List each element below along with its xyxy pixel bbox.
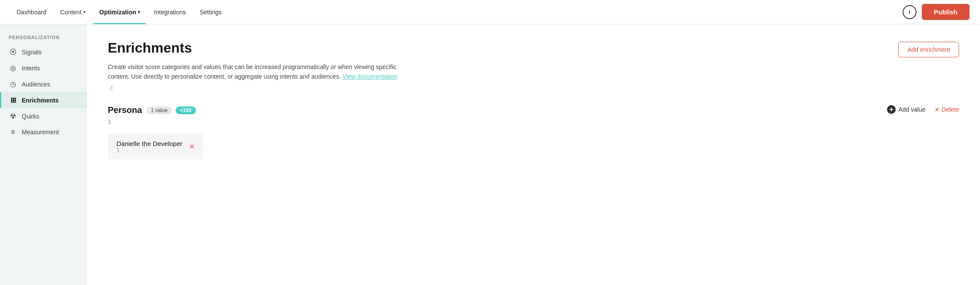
nav-item-dashboard[interactable]: Dashboard [10, 0, 53, 24]
sidebar-item-label: Audiences [22, 81, 50, 88]
sidebar-item-audiences[interactable]: ◷ Audiences [0, 76, 87, 92]
sidebar-item-label: Quirks [22, 113, 39, 120]
enrichment-actions: + Add value ✕ Delete [887, 105, 959, 114]
add-enrichment-button[interactable]: Add enrichment [898, 42, 959, 57]
nav-item-settings[interactable]: Settings [194, 0, 228, 24]
enrichment-value-count-badge: 1 value [146, 106, 172, 114]
audiences-icon: ◷ [9, 80, 17, 88]
nav-item-content[interactable]: Content ▾ [54, 0, 92, 24]
info-button[interactable]: i [903, 5, 917, 19]
intents-icon: ◎ [9, 64, 17, 72]
sidebar-item-label: Measurement [22, 129, 59, 136]
external-link-icon: ↗︎ [109, 84, 113, 89]
measurement-icon: ≡ [9, 128, 17, 136]
sidebar-item-signals[interactable]: ⦿ Signals [0, 44, 87, 60]
value-card: Danielle the Developer 1 ✕ [108, 134, 203, 159]
remove-value-button[interactable]: ✕ [189, 143, 195, 150]
main-content: Enrichments Create visitor score categor… [87, 24, 980, 285]
sidebar-item-label: Enrichments [22, 97, 59, 104]
value-name: Danielle the Developer [116, 140, 184, 147]
sidebar-item-label: Signals [22, 49, 42, 56]
nav-right-actions: i Publish [903, 4, 970, 20]
sidebar: Personalization ⦿ Signals ◎ Intents ◷ Au… [0, 24, 87, 285]
page-description: Create visitor score categories and valu… [108, 62, 403, 91]
enrichment-section: Persona 1 value +100 1 Danielle the Deve… [108, 105, 959, 159]
top-navigation: Dashboard Content ▾ Optimization ▾ Integ… [0, 0, 980, 24]
x-icon: ✕ [934, 106, 940, 113]
nav-item-optimization[interactable]: Optimization ▾ [93, 0, 146, 24]
chevron-down-icon: ▾ [138, 10, 140, 14]
add-value-button[interactable]: + Add value [887, 105, 925, 114]
nav-links: Dashboard Content ▾ Optimization ▾ Integ… [10, 0, 903, 24]
page-title: Enrichments [108, 40, 403, 56]
sidebar-item-label: Intents [22, 65, 40, 72]
enrichment-header: Persona 1 value +100 [108, 105, 887, 115]
main-inner: Enrichments Create visitor score categor… [108, 40, 959, 159]
sidebar-item-measurement[interactable]: ≡ Measurement [0, 124, 87, 140]
page-layout: Personalization ⦿ Signals ◎ Intents ◷ Au… [0, 24, 980, 285]
sidebar-item-quirks[interactable]: ☢ Quirks [0, 108, 87, 124]
sidebar-item-intents[interactable]: ◎ Intents [0, 60, 87, 76]
enrichment-score-badge: +100 [176, 106, 196, 114]
enrichment-name: Persona [108, 105, 142, 115]
nav-item-integrations[interactable]: Integrations [148, 0, 192, 24]
chevron-down-icon: ▾ [83, 10, 86, 14]
sidebar-section-label: Personalization [0, 35, 87, 44]
enrichments-icon: ⊞ [9, 96, 17, 104]
signals-icon: ⦿ [9, 48, 17, 56]
plus-icon: + [887, 105, 896, 114]
publish-button[interactable]: Publish [922, 4, 970, 20]
enrichment-number: 1 [108, 119, 887, 125]
enrichment-left: Persona 1 value +100 1 Danielle the Deve… [108, 105, 887, 159]
sidebar-item-enrichments[interactable]: ⊞ Enrichments [0, 92, 87, 108]
quirks-icon: ☢ [9, 112, 17, 120]
value-number: 1 [116, 147, 184, 153]
value-card-content: Danielle the Developer 1 [116, 140, 184, 153]
delete-enrichment-button[interactable]: ✕ Delete [934, 106, 959, 113]
